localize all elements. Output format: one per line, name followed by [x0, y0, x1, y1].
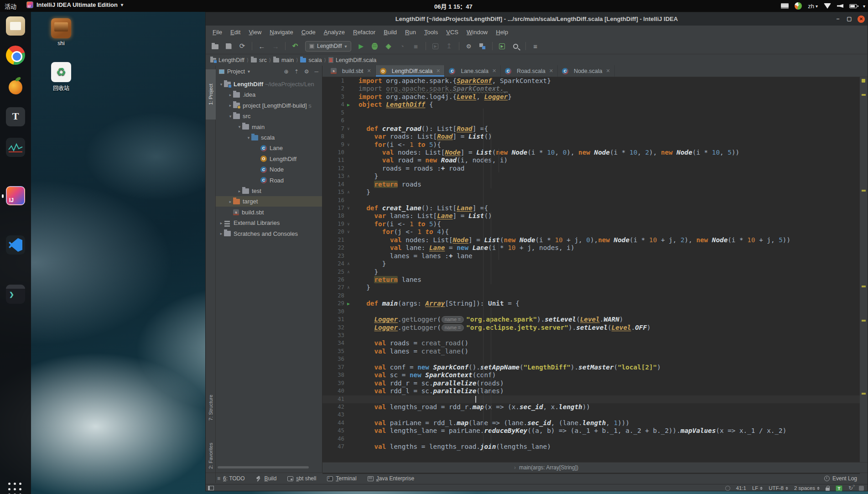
code-line-37[interactable]: 37 val conf = new SparkConf().setAppName…: [322, 364, 860, 371]
code-line-33[interactable]: 33: [322, 332, 860, 339]
code-line-28[interactable]: 28: [322, 292, 860, 300]
tab-lengthdiff-scala[interactable]: OLengthDiff.scala✕: [376, 65, 445, 77]
tool-button-structure[interactable]: 7: Structure: [206, 385, 216, 431]
menu-item-run[interactable]: Run: [401, 29, 420, 36]
dock-item-text-editor[interactable]: T: [6, 107, 25, 126]
window-title-bar[interactable]: LengthDiff [~/ideaProjects/LengthDiff] -…: [206, 12, 868, 26]
code-line-29[interactable]: 29▶ def main(args: Array[String]): Unit …: [322, 300, 860, 307]
event-log-button[interactable]: Event Log: [824, 475, 857, 482]
fold-icon[interactable]: ∨: [344, 220, 353, 228]
activities-button[interactable]: 活动: [5, 2, 16, 10]
dock-item-files[interactable]: [6, 16, 25, 36]
volume-icon[interactable]: [837, 4, 843, 8]
battery-icon[interactable]: [849, 4, 857, 8]
breadcrumb-item-scala[interactable]: scala: [300, 57, 322, 63]
tree-item-lengthdiff[interactable]: ▾LengthDiff ~/ideaProjects/Len: [216, 79, 322, 89]
code-line-6[interactable]: 6: [322, 117, 860, 125]
code-line-32[interactable]: 32 Logger.getLogger(name ="org.eclipse.j…: [322, 324, 860, 332]
code-line-38[interactable]: 38 val sc = new SparkContext(conf): [322, 371, 860, 379]
code-line-3[interactable]: 3import org.apache.log4j.{Level, Logger}: [322, 93, 860, 101]
code-line-36[interactable]: 36: [322, 355, 860, 363]
sbt-settings-button[interactable]: ≡: [530, 41, 541, 51]
code-line-23[interactable]: 23 lanes = lanes :+ lane: [322, 252, 860, 260]
read-only-lock-icon[interactable]: [826, 488, 830, 491]
indent-selector[interactable]: 2 spaces: [794, 485, 820, 491]
menu-item-refactor[interactable]: Refactor: [349, 29, 379, 36]
fold-icon[interactable]: ∧: [344, 284, 353, 291]
tab-road-scala[interactable]: CRoad.scala✕: [501, 65, 558, 77]
collapsed-arrow-icon[interactable]: ▸: [228, 199, 233, 204]
code-line-43[interactable]: 43: [322, 411, 860, 419]
tab-close-icon[interactable]: ✕: [606, 68, 610, 74]
collapsed-arrow-icon[interactable]: ▸: [218, 221, 224, 225]
menu-item-tools[interactable]: Tools: [420, 29, 442, 36]
fold-icon[interactable]: ∨: [344, 204, 353, 212]
code-line-4[interactable]: 4▶object LengthDiff {: [322, 101, 860, 109]
tree-item-external-libraries[interactable]: ▸External Libraries: [216, 218, 322, 228]
menu-item-vcs[interactable]: VCS: [442, 29, 463, 36]
code-line-2[interactable]: 2import org.apache.spark.SparkContext._: [322, 85, 860, 93]
open-file-button[interactable]: [209, 41, 220, 51]
app-menu[interactable]: IntelliJ IDEA Ultimate Edition ▾: [26, 1, 123, 8]
tree-item-node[interactable]: CNode: [216, 164, 322, 175]
desktop-icon-trash[interactable]: ♻ 回收站: [45, 62, 77, 92]
input-method-icon[interactable]: [795, 2, 802, 10]
run-button[interactable]: ▶: [356, 41, 367, 51]
tree-item-lengthdiff[interactable]: OLengthDiff: [216, 154, 322, 164]
expanded-arrow-icon[interactable]: ▾: [218, 82, 224, 87]
code-line-8[interactable]: 8 var roads: List[Road] = List(): [322, 133, 860, 140]
tree-item-main[interactable]: ▾main: [216, 122, 322, 132]
code-line-10[interactable]: 10 val nodes: List[Node] = List(new Node…: [322, 149, 860, 156]
tree-item-project-lengthdiff-build[interactable]: ▸project [LengthDiff-build] s: [216, 100, 322, 111]
attach-debugger-button[interactable]: ▶: [430, 41, 441, 51]
tree-item-scala[interactable]: ▾scala: [216, 132, 322, 143]
warning-stripe-mark[interactable]: [862, 190, 866, 192]
tab-close-icon[interactable]: ✕: [367, 68, 371, 74]
code-line-24[interactable]: 24∧ }: [322, 260, 860, 268]
notifications-icon[interactable]: [859, 486, 864, 491]
collapsed-arrow-icon[interactable]: ▸: [237, 189, 242, 193]
code-line-1[interactable]: 1import org.apache.spark.{SparkConf, Spa…: [322, 77, 860, 85]
tab-lane-scala[interactable]: CLane.scala✕: [445, 65, 501, 77]
tool-button-project[interactable]: 1: Project: [206, 69, 216, 120]
close-button[interactable]: ✕: [858, 16, 865, 23]
code-line-47[interactable]: 47 val lengths = lengths_road.join(lengt…: [322, 443, 860, 451]
expanded-arrow-icon[interactable]: ▾: [228, 114, 233, 119]
back-button[interactable]: ←: [256, 41, 267, 51]
code-editor[interactable]: 1import org.apache.spark.{SparkConf, Spa…: [322, 77, 860, 474]
tree-item-src[interactable]: ▾src: [216, 111, 322, 121]
fold-icon[interactable]: ∨: [344, 141, 353, 149]
caret-position[interactable]: 41:1: [736, 485, 746, 491]
code-line-30[interactable]: 30: [322, 308, 860, 316]
tree-item-idea[interactable]: ▸.idea: [216, 89, 322, 100]
breadcrumb-item-src[interactable]: src: [251, 57, 267, 63]
line-separator-selector[interactable]: LF: [752, 485, 763, 491]
dock-item-chrome[interactable]: [6, 46, 25, 65]
maximize-button[interactable]: ▢: [846, 12, 852, 26]
breadcrumb-item-lengthdiff[interactable]: LengthDiff: [210, 57, 244, 63]
run-configuration-selector[interactable]: LengthDiff ▾: [305, 41, 351, 52]
run-gutter-icon[interactable]: ▶: [344, 101, 353, 109]
stop-button[interactable]: ■: [411, 41, 421, 51]
run-gutter-icon[interactable]: ▶: [344, 300, 353, 307]
code-line-35[interactable]: 35 val lanes = creat_lane(): [322, 348, 860, 355]
fold-icon[interactable]: ∧: [344, 260, 353, 268]
settings-wrench-icon[interactable]: ⚙: [463, 41, 474, 51]
collapsed-arrow-icon[interactable]: ▸: [228, 103, 233, 108]
code-line-20[interactable]: 20∨ for(j <- 1 to 4){: [322, 228, 860, 236]
tool-button-terminal[interactable]: Terminal: [327, 475, 356, 482]
debug-button[interactable]: [369, 41, 380, 51]
code-line-46[interactable]: 46: [322, 435, 860, 443]
tab-close-icon[interactable]: ✕: [436, 68, 440, 74]
code-line-34[interactable]: 34 val roads = creat_road(): [322, 339, 860, 347]
locate-file-icon[interactable]: ⊕: [284, 68, 289, 75]
code-line-27[interactable]: 27∧ }: [322, 284, 860, 291]
app-launcher-grid-icon[interactable]: [8, 483, 22, 494]
collapse-all-icon[interactable]: ⇡: [294, 68, 299, 75]
tab-close-icon[interactable]: ✕: [549, 68, 553, 74]
code-line-17[interactable]: 17∨ def creat_lane(): List[Lane] ={: [322, 204, 860, 212]
warning-stripe-mark[interactable]: [862, 320, 866, 322]
expanded-arrow-icon[interactable]: ▾: [246, 135, 251, 140]
code-line-7[interactable]: 7∨ def creat_road(): List[Road] ={: [322, 125, 860, 133]
menu-item-build[interactable]: Build: [379, 29, 401, 36]
